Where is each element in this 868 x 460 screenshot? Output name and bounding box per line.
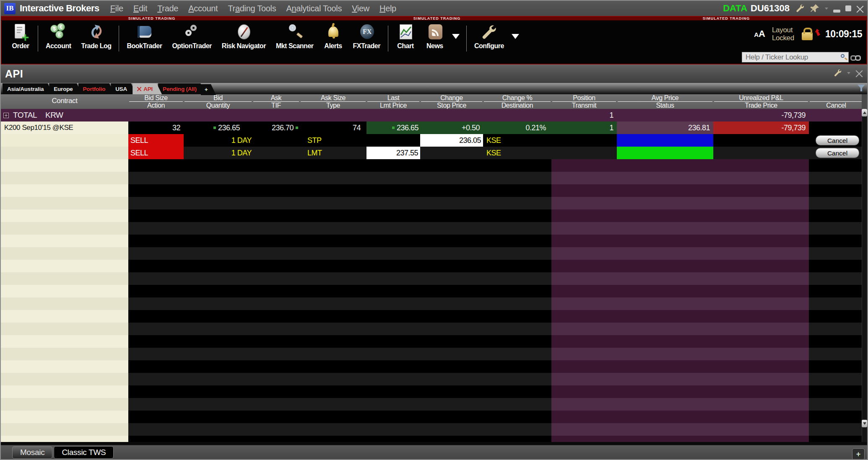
order-destination-cell[interactable]: KSE xyxy=(483,147,551,159)
main-toolbar: +Order$€£AccountTrade LogBookTraderOptio… xyxy=(1,21,867,65)
minimize-button[interactable] xyxy=(833,10,840,13)
table-row-order-lmt[interactable]: SELL 1 DAY LMT 237.55 KSE Cancel xyxy=(1,147,863,159)
page-tab-asia-australia[interactable]: Asia/Australia xyxy=(3,83,53,94)
order-destination-cell[interactable]: KSE xyxy=(483,134,551,147)
toolbar-button-risk-navigator[interactable]: Risk Navigator xyxy=(217,22,271,51)
ask-cell[interactable]: 236.70 xyxy=(252,121,300,134)
column-header-transmit[interactable]: PositionTransmit xyxy=(551,94,617,109)
chevron-down-icon[interactable] xyxy=(825,8,828,10)
page-tab-api[interactable]: API xyxy=(133,83,162,94)
maximize-button[interactable] xyxy=(845,5,851,11)
order-transmit-cell[interactable] xyxy=(551,134,617,147)
wrench-icon xyxy=(479,23,499,41)
panel-wrench-icon[interactable] xyxy=(833,68,842,78)
order-type-cell[interactable]: LMT xyxy=(300,147,366,159)
dropdown-caret-icon[interactable] xyxy=(452,34,460,39)
order-action-cell[interactable]: SELL xyxy=(128,147,184,159)
panel-close-icon[interactable] xyxy=(855,69,863,77)
toolbar-separator xyxy=(38,26,38,52)
contract-cell[interactable]: K200 Sep10'15 @KSE xyxy=(1,121,128,134)
column-header-status[interactable]: Avg PriceStatus xyxy=(617,94,713,109)
order-type-cell[interactable]: STP xyxy=(300,134,366,147)
table-row-quote[interactable]: K200 Sep10'15 @KSE 32 236.65 236.70 74 2… xyxy=(1,121,863,134)
avg-price-cell: 236.81 xyxy=(617,121,713,134)
page-tab-portfolio[interactable]: Portfolio xyxy=(78,83,115,94)
ticker-lookup-input[interactable] xyxy=(742,52,849,62)
column-header-quantity[interactable]: BidQuantity xyxy=(184,94,252,109)
account-id: DU61308 xyxy=(751,3,790,14)
bell-icon xyxy=(324,23,343,41)
column-header-contract[interactable]: Contract xyxy=(1,94,128,109)
column-header-tif[interactable]: AskTIF xyxy=(252,94,300,109)
order-lmt-price-field[interactable]: 237.55 xyxy=(366,147,420,159)
menu-view[interactable]: View xyxy=(352,4,369,13)
empty-table-row xyxy=(1,360,863,373)
lock-icon[interactable] xyxy=(801,26,819,42)
table-row-order-stp[interactable]: SELL 1 DAY STP 236.05 KSE Cancel xyxy=(1,134,863,147)
scroll-down-button[interactable] xyxy=(862,420,867,427)
bid-cell[interactable]: 236.65 xyxy=(184,121,252,134)
workspace-tab-mosaic[interactable]: Mosaic xyxy=(12,446,52,459)
order-action-cell[interactable]: SELL xyxy=(128,134,184,147)
column-header-type[interactable]: Ask SizeType xyxy=(300,94,366,109)
link-group-icon[interactable] xyxy=(850,55,863,62)
simulated-trading-label: SIMULATED TRADING xyxy=(676,16,777,21)
page-tab-europe[interactable]: Europe xyxy=(49,83,82,94)
menu-account[interactable]: Account xyxy=(188,4,218,13)
empty-table-row xyxy=(1,235,863,247)
panel-menu-caret-icon[interactable] xyxy=(847,72,850,74)
close-button[interactable] xyxy=(856,5,864,12)
column-header-lmt-price[interactable]: LastLmt Price xyxy=(366,94,420,109)
toolbar-button-news[interactable]: News xyxy=(420,22,450,51)
toolbar-button-booktrader[interactable]: BookTrader xyxy=(122,22,167,51)
order-quantity-cell[interactable]: 1 DAY xyxy=(184,134,252,147)
vertical-scrollbar[interactable] xyxy=(862,94,867,442)
menu-help[interactable]: Help xyxy=(379,4,396,13)
order-quantity-cell[interactable]: 1 DAY xyxy=(184,147,252,159)
simulated-trading-label: SIMULATED TRADING xyxy=(101,16,202,21)
menu-edit[interactable]: Edit xyxy=(133,4,147,13)
toolbar-button-optiontrader[interactable]: OptionTrader xyxy=(167,22,216,51)
font-size-toggle[interactable]: AA xyxy=(754,28,765,39)
workspace-tab--[interactable]: + xyxy=(852,448,865,460)
dropdown-caret-icon[interactable] xyxy=(512,34,519,39)
cancel-order-button[interactable]: Cancel xyxy=(816,148,859,158)
toolbar-button-account[interactable]: $€£Account xyxy=(41,22,76,51)
column-header-cancel[interactable]: Cancel xyxy=(809,94,863,109)
scroll-up-button[interactable] xyxy=(862,109,867,116)
wrench-icon[interactable] xyxy=(795,3,805,13)
workspace-tab-classic-tws[interactable]: Classic TWS xyxy=(54,446,114,459)
page-tab-pending-all-[interactable]: Pending (All) xyxy=(158,83,206,94)
column-header-stop-price[interactable]: ChangeStop Price xyxy=(420,94,483,109)
pushpin-icon[interactable] xyxy=(810,3,820,13)
order-transmit-cell[interactable] xyxy=(551,147,617,159)
column-header-destination[interactable]: Change %Destination xyxy=(483,94,551,109)
uptick-icon xyxy=(392,127,395,129)
column-header-trade-price[interactable]: Unrealized P&LTrade Price xyxy=(713,94,809,109)
table-row-total[interactable]: TOTAL KRW 1 -79,739 xyxy=(1,109,863,121)
cancel-order-button[interactable]: Cancel xyxy=(816,135,859,145)
toolbar-button-mkt-scanner[interactable]: Mkt Scanner xyxy=(271,22,319,51)
toolbar-button-configure[interactable]: Configure xyxy=(469,22,509,51)
table-header: ContractBid SizeActionBidQuantityAskTIFA… xyxy=(1,94,863,109)
expand-icon[interactable] xyxy=(3,113,9,118)
toolbar-button-alerts[interactable]: Alerts xyxy=(319,22,348,51)
menu-analytical-tools[interactable]: Analytical Tools xyxy=(286,4,342,13)
order-stop-price-field[interactable]: 236.05 xyxy=(420,134,483,147)
toolbar-button-chart[interactable]: Chart xyxy=(391,22,420,51)
order-stop-price-cell[interactable] xyxy=(420,147,483,159)
page-tab-usa[interactable]: USA xyxy=(111,83,136,94)
toolbar-button-order[interactable]: +Order xyxy=(6,22,35,51)
filter-funnel-icon[interactable] xyxy=(858,85,865,91)
menu-trade[interactable]: Trade xyxy=(157,4,178,13)
menu-file[interactable]: File xyxy=(110,4,123,13)
empty-table-row xyxy=(1,423,863,436)
order-lmt-price-cell[interactable] xyxy=(366,134,420,147)
empty-table-row xyxy=(1,184,863,197)
toolbar-button-trade-log[interactable]: Trade Log xyxy=(76,22,117,51)
toolbar-button-fxtrader[interactable]: FXFXTrader xyxy=(348,22,385,51)
menu-trading-tools[interactable]: Trading Tools xyxy=(228,4,276,13)
column-header-action[interactable]: Bid SizeAction xyxy=(128,94,184,109)
tab-close-icon[interactable] xyxy=(137,87,141,91)
empty-table-row xyxy=(1,260,863,272)
